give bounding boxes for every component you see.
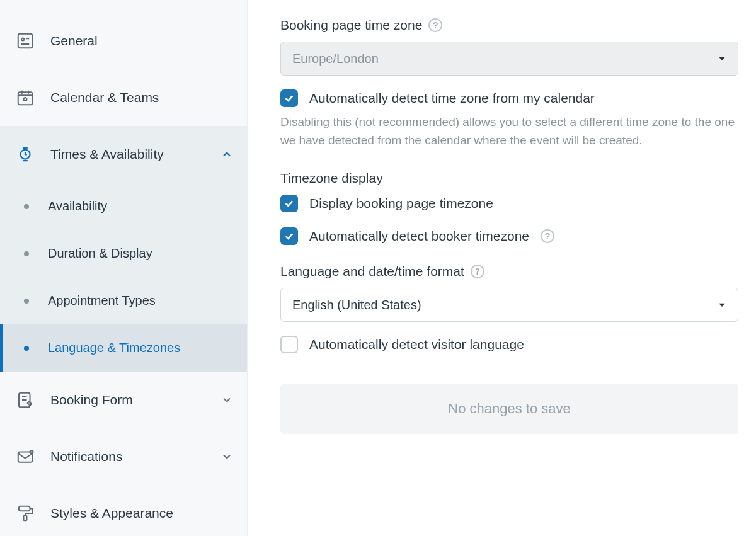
sidebar-item-general[interactable]: General xyxy=(0,13,247,69)
sidebar-subitem-language-timezones[interactable]: Language & Timezones xyxy=(0,324,247,372)
display-booking-tz-checkbox[interactable] xyxy=(280,195,298,212)
save-status-text: No changes to save xyxy=(448,401,570,417)
auto-detect-language-checkbox[interactable] xyxy=(280,336,298,353)
select-value: Europe/London xyxy=(292,52,379,66)
bullet-icon xyxy=(24,346,29,351)
label-text: Booking page time zone xyxy=(280,18,422,33)
sidebar-item-booking-form[interactable]: Booking Form xyxy=(0,372,247,428)
nav-label: Booking Form xyxy=(50,392,220,408)
auto-detect-booker-row: Automatically detect booker timezone ? xyxy=(280,227,738,245)
chevron-down-icon xyxy=(220,450,233,463)
nav-label: Appointment Types xyxy=(48,294,156,308)
checkbox-label: Automatically detect visitor language xyxy=(309,337,524,352)
chevron-up-icon xyxy=(220,148,233,161)
watch-icon xyxy=(14,143,37,166)
svg-marker-18 xyxy=(719,304,724,307)
nav-label: Duration & Display xyxy=(48,246,152,261)
caret-down-icon xyxy=(718,300,726,309)
timezone-label: Booking page time zone ? xyxy=(280,18,738,33)
sidebar-subitem-appointment-types[interactable]: Appointment Types xyxy=(0,277,247,324)
sidebar-subitems: Availability Duration & Display Appointm… xyxy=(0,183,247,372)
help-icon[interactable]: ? xyxy=(541,229,554,243)
checkbox-label: Automatically detect booker timezone xyxy=(309,229,529,244)
caret-down-icon xyxy=(718,54,726,63)
svg-rect-4 xyxy=(18,92,33,105)
save-status-bar: No changes to save xyxy=(280,384,738,434)
settings-sidebar: General Calendar & Teams Times & Availab… xyxy=(0,0,248,536)
nav-label: Times & Availability xyxy=(50,147,220,162)
language-select[interactable]: English (United States) xyxy=(280,288,738,322)
svg-point-8 xyxy=(24,98,27,101)
bullet-icon xyxy=(24,299,29,304)
sidebar-item-notifications[interactable]: Notifications xyxy=(0,428,247,485)
svg-rect-16 xyxy=(24,516,27,521)
help-icon[interactable]: ? xyxy=(428,18,442,32)
timezone-select: Europe/London xyxy=(280,42,738,76)
svg-rect-15 xyxy=(19,506,30,511)
auto-detect-timezone-row: Automatically detect time zone from my c… xyxy=(280,89,738,107)
nav-label: Language & Timezones xyxy=(48,341,180,355)
nav-label: Styles & Appearance xyxy=(50,506,233,521)
checkbox-label: Display booking page timezone xyxy=(309,196,493,211)
paint-roller-icon xyxy=(14,502,37,525)
checkbox-label: Automatically detect time zone from my c… xyxy=(309,91,595,106)
label-text: Language and date/time format xyxy=(280,264,464,279)
sidebar-item-calendar-teams[interactable]: Calendar & Teams xyxy=(0,69,247,126)
auto-detect-timezone-checkbox[interactable] xyxy=(280,89,298,107)
timezone-display-label: Timezone display xyxy=(280,171,738,186)
language-label: Language and date/time format ? xyxy=(280,264,738,279)
label-text: Timezone display xyxy=(280,171,383,186)
sidebar-item-styles-appearance[interactable]: Styles & Appearance xyxy=(0,485,247,536)
sidebar-item-times-availability[interactable]: Times & Availability xyxy=(0,126,247,183)
nav-label: Notifications xyxy=(50,449,220,464)
auto-detect-hint: Disabling this (not recommended) allows … xyxy=(280,113,738,149)
chevron-down-icon xyxy=(220,394,233,406)
bullet-icon xyxy=(24,204,29,209)
bullet-icon xyxy=(24,251,29,256)
svg-rect-0 xyxy=(18,34,33,48)
user-card-icon xyxy=(14,30,37,52)
calendar-icon xyxy=(14,86,37,109)
sidebar-subitem-availability[interactable]: Availability xyxy=(0,183,247,230)
mail-icon xyxy=(14,445,37,468)
form-icon xyxy=(14,389,37,411)
nav-label: Availability xyxy=(48,199,107,214)
auto-detect-booker-checkbox[interactable] xyxy=(280,227,298,245)
nav-label: General xyxy=(50,33,233,48)
settings-panel: Booking page time zone ? Europe/London A… xyxy=(248,0,756,536)
help-icon[interactable]: ? xyxy=(471,265,484,278)
svg-marker-17 xyxy=(719,57,724,60)
sidebar-subitem-duration-display[interactable]: Duration & Display xyxy=(0,230,247,277)
nav-label: Calendar & Teams xyxy=(50,90,233,105)
select-value: English (United States) xyxy=(292,298,421,312)
display-booking-tz-row: Display booking page timezone xyxy=(280,195,738,212)
svg-point-1 xyxy=(21,38,24,41)
auto-detect-language-row: Automatically detect visitor language xyxy=(280,336,738,353)
